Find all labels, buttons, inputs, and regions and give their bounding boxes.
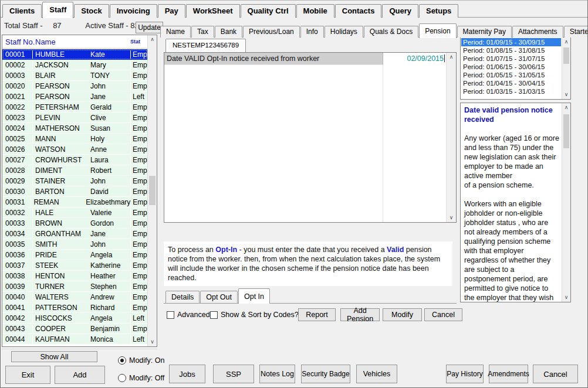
staff-detail-tab[interactable]: Maternity Pay	[457, 26, 512, 38]
scroll-up-icon[interactable]: ∧	[447, 53, 456, 62]
show-all-button[interactable]: Show All	[11, 351, 97, 362]
notes-log-button[interactable]: Notes Log	[259, 365, 295, 383]
period-item[interactable]: Period: 01/07/15 - 31/07/15	[461, 55, 561, 63]
staff-row[interactable]: 00023 PLEVIN Clive Emp	[2, 113, 147, 123]
staff-detail-tab[interactable]: Bank	[215, 26, 242, 38]
vehicles-button[interactable]: Vehicles	[356, 365, 397, 383]
scrollbar-thumb[interactable]	[563, 114, 569, 148]
pension-sub-tab[interactable]: Details	[165, 291, 200, 303]
staff-row[interactable]: 00020 PEARSON John Emp	[2, 81, 147, 91]
exit-button[interactable]: Exit	[5, 366, 50, 384]
staff-row[interactable]: 00041 PATTERSON Richard Emp	[2, 302, 147, 313]
modify-on-radio[interactable]: Modify: On	[118, 356, 164, 365]
help-panel-scrollbar[interactable]: ∧ ∨	[562, 103, 570, 302]
staff-row[interactable]: 00038 HENTON Heather Emp	[2, 271, 147, 281]
main-nav-tab[interactable]: Query	[382, 4, 418, 18]
main-nav-tab[interactable]: Stock	[74, 4, 109, 18]
update-button[interactable]: Update	[136, 22, 163, 33]
staff-detail-tab[interactable]: Previous/Loan	[243, 26, 300, 38]
staff-row[interactable]: 00035 SMITH John Emp	[2, 239, 147, 250]
main-nav-tab[interactable]: Mobile	[296, 4, 334, 18]
staff-row[interactable]: 00024 MATHERSON Susan Emp	[2, 123, 147, 134]
staff-row[interactable]: 00002 JACKSON Mary Emp	[2, 60, 147, 70]
main-nav-tab[interactable]: Quality Ctrl	[241, 4, 296, 18]
show-sort-codes-checkbox[interactable]: Show & Sort by Codes?	[210, 311, 299, 319]
staff-detail-tab[interactable]: Quals & Docs	[364, 26, 418, 38]
period-item[interactable]: Period: 01/04/15 - 30/04/15	[461, 79, 561, 87]
scroll-down-icon[interactable]: ∨	[148, 338, 157, 346]
staff-row[interactable]: 00025 MANN Holy Emp	[2, 134, 147, 144]
pension-grid-scrollbar[interactable]: ∧ ∨	[446, 53, 456, 222]
scroll-down-icon[interactable]: ∨	[447, 213, 456, 222]
staff-row[interactable]: 00028 DIMENT Robert Emp	[2, 165, 147, 176]
staff-row[interactable]: 00039 TURNER Stephen Emp	[2, 281, 147, 292]
staff-detail-tab[interactable]: Attachments	[512, 26, 563, 38]
staff-row[interactable]: 00030 BARTON David Emp	[2, 186, 147, 197]
security-badge-button[interactable]: Security Badge	[301, 365, 350, 383]
staff-row[interactable]: 00027 CROWHURST Laura Emp	[2, 155, 147, 165]
modify-button[interactable]: Modify	[383, 308, 422, 321]
staff-row[interactable]: 00029 STAINER John Emp	[2, 176, 147, 186]
period-item[interactable]: Period: 01/05/15 - 31/05/15	[461, 71, 561, 79]
bottom-cancel-button[interactable]: Cancel	[533, 365, 578, 383]
column-header-stat[interactable]: Stat	[130, 39, 147, 45]
staff-row[interactable]: 00032 HALE Valerie Emp	[2, 207, 147, 218]
main-nav-tab[interactable]: Invoicing	[110, 4, 157, 18]
amendments-button[interactable]: Amendments	[489, 365, 528, 383]
scrollbar-thumb[interactable]	[149, 176, 156, 205]
period-item[interactable]: Period: 01/08/15 - 31/08/15	[461, 46, 561, 55]
main-nav-tab[interactable]: Pay	[158, 4, 185, 18]
staff-row[interactable]: 00044 KAUFMAN Monica Left	[2, 334, 147, 345]
jobs-button[interactable]: Jobs	[169, 365, 205, 383]
staff-detail-tab[interactable]: Starter Info	[564, 26, 588, 38]
staff-row[interactable]: 00042 HISCOCKS Angela Left	[2, 313, 147, 324]
main-nav-tab[interactable]: Setups	[419, 4, 458, 18]
opt-in-date-value[interactable]: 02/09/2015	[383, 53, 446, 65]
ssp-button[interactable]: SSP	[213, 365, 254, 383]
main-nav-tab[interactable]: WorkSheet	[186, 4, 240, 18]
main-nav-tab[interactable]: Clients	[2, 4, 42, 18]
staff-list-scrollbar[interactable]: ∧ ∨	[147, 35, 157, 346]
staff-row[interactable]: 00043 COOPER Benjamin Emp	[2, 324, 147, 334]
scroll-up-icon[interactable]: ∧	[562, 38, 570, 46]
staff-row[interactable]: 00022 PETERSHAM Gerald Emp	[2, 102, 147, 113]
main-nav-tab[interactable]: Contacts	[335, 4, 382, 18]
period-item[interactable]: Period: 01/03/15 - 31/03/15	[461, 87, 561, 96]
staff-detail-tab[interactable]: Tax	[191, 26, 214, 38]
scroll-up-icon[interactable]: ∧	[148, 35, 157, 44]
staff-row[interactable]: 00031 REMAN Elizabethmary Emp	[2, 197, 147, 207]
staff-row[interactable]: 00040 WALTERS Andrew Emp	[2, 292, 147, 302]
add-pension-button[interactable]: Add Pension	[340, 308, 380, 321]
pension-cancel-button[interactable]: Cancel	[424, 308, 462, 321]
period-list-scrollbar[interactable]: ∧ ∨	[562, 38, 570, 99]
staff-row[interactable]: 00026 WATSON Anne Emp	[2, 144, 147, 155]
staff-detail-tab[interactable]: Holidays	[325, 26, 363, 38]
scroll-down-icon[interactable]: ∨	[562, 90, 570, 99]
pension-scheme-tab[interactable]: NESTEMP123456789	[165, 39, 246, 52]
period-item[interactable]: Period: 01/09/15 - 30/09/15	[461, 38, 561, 46]
scroll-up-icon[interactable]: ∧	[562, 103, 570, 112]
staff-row[interactable]: 00001 HUMBLE Kate Emp	[2, 49, 147, 60]
scrollbar-thumb[interactable]	[563, 47, 569, 64]
column-header-name[interactable]: Name	[35, 38, 130, 46]
staff-row[interactable]: 00037 STEEK Katherine Emp	[2, 260, 147, 271]
main-nav-tab[interactable]: Staff	[42, 2, 73, 18]
advanced-checkbox[interactable]: Advanced?	[167, 311, 214, 319]
period-item[interactable]: Period: 01/06/15 - 30/06/15	[461, 63, 561, 71]
staff-detail-tab[interactable]: Info	[300, 26, 324, 38]
pension-sub-tab[interactable]: Opt Out	[200, 291, 238, 303]
add-button[interactable]: Add	[55, 366, 105, 384]
pay-history-button[interactable]: Pay History	[446, 365, 484, 383]
staff-row[interactable]: 00003 BLAIR TONY Emp	[2, 70, 147, 81]
report-button[interactable]: Report	[298, 308, 336, 321]
staff-detail-tab[interactable]: Name	[160, 26, 191, 38]
pension-sub-tab[interactable]: Opt In	[238, 288, 270, 304]
staff-row[interactable]: 00033 BROWN Gordon Emp	[2, 218, 147, 229]
modify-off-radio[interactable]: Modify: Off	[118, 374, 164, 382]
staff-row[interactable]: 00036 PRIDE Angela Emp	[2, 250, 147, 260]
staff-detail-tab[interactable]: Pension	[419, 23, 456, 38]
staff-row[interactable]: 00021 PEARSON Jane Left	[2, 91, 147, 102]
staff-row[interactable]: 00034 GROANTHAM Jane Emp	[2, 229, 147, 239]
column-header-staff-no[interactable]: Staff No.	[2, 38, 35, 46]
scroll-down-icon[interactable]: ∨	[562, 293, 570, 302]
